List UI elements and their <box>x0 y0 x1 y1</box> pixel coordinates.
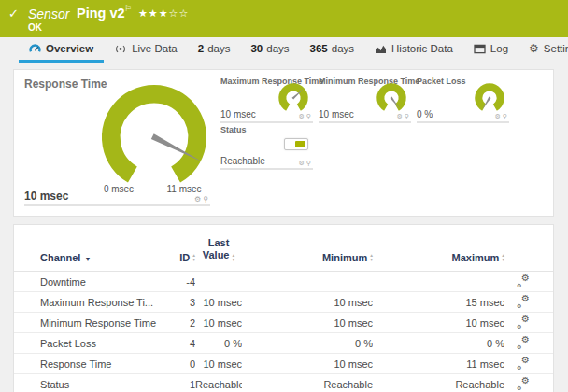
status-panel[interactable]: Status Reachable ⚙⚲ <box>220 125 313 170</box>
max-response-time-gauge-panel[interactable]: Maximum Response Time 10 msec ⚙⚲ <box>220 77 313 123</box>
cell-id: 3 <box>167 297 195 308</box>
min-response-time-gauge-panel[interactable]: Minimum Response Time 10 msec ⚙⚲ <box>319 77 411 123</box>
status-indicator-knob <box>295 141 305 147</box>
gear-icon[interactable]: ⚙ <box>495 113 503 120</box>
cell-channel: Status <box>40 379 167 390</box>
flag-icon[interactable]: ⚐ <box>124 4 132 13</box>
sensor-kind-label: Sensor <box>28 7 69 21</box>
sort-arrows-icon: ▴▾ <box>370 253 373 261</box>
status-title: Status <box>220 125 247 134</box>
tab-365-days[interactable]: 365 days <box>300 37 364 63</box>
tab-label: Historic Data <box>391 43 453 54</box>
tab-number: 365 <box>310 43 328 54</box>
table-header-row: Channel ▼ ID ▴▾ Last Value▴▾ Minimum ▴▾ … <box>14 225 553 272</box>
cell-last-value: 0 % <box>195 338 242 349</box>
channel-settings-icon[interactable]: ⚙⚙ <box>517 336 530 348</box>
table-row-maximum-response-time[interactable]: Maximum Response Ti... 3 10 msec 10 msec… <box>14 292 553 313</box>
tab-live-data[interactable]: Live Data <box>104 37 188 63</box>
cell-last-value: 10 msec <box>195 317 242 329</box>
cell-id: 2 <box>167 317 195 329</box>
sensor-status-badge: OK <box>28 22 42 33</box>
log-icon <box>474 44 486 54</box>
tab-30-days[interactable]: 30 days <box>240 37 299 63</box>
cell-channel: Maximum Response Ti... <box>40 297 167 308</box>
tab-bar: Overview Live Data 2 days 30 days 365 da… <box>0 37 568 63</box>
tab-overview[interactable]: Overview <box>19 37 104 63</box>
gauge-footer: 10 msec ⚙⚲ <box>319 108 411 123</box>
gauge-footer: 10 msec ⚙⚲ <box>24 188 210 206</box>
column-header-maximum[interactable]: Maximum ▴▾ <box>373 252 504 263</box>
gear-icon: ⚙ <box>529 42 539 55</box>
cell-last-value: 10 msec <box>195 297 242 308</box>
tab-label: Overview <box>46 43 93 54</box>
gauge-footer: 10 msec ⚙⚲ <box>220 108 313 123</box>
column-header-minimum[interactable]: Minimum ▴▾ <box>242 252 373 263</box>
packet-loss-gauge-panel[interactable]: Packet Loss 0 % ⚙⚲ <box>417 77 509 123</box>
response-time-gauge-panel[interactable]: Response Time 0 msec 11 msec 10 msec ⚙⚲ <box>14 70 219 217</box>
gauge-value: 10 msec <box>220 109 256 119</box>
channel-settings-icon[interactable]: ⚙⚙ <box>517 295 530 307</box>
cell-maximum: 10 msec <box>373 317 504 329</box>
panel-action-icons[interactable]: ⚙⚲ <box>194 195 210 203</box>
tab-settings[interactable]: ⚙ Settings <box>518 37 568 63</box>
panel-action-icons[interactable]: ⚙⚲ <box>397 113 411 120</box>
pin-icon[interactable]: ⚲ <box>405 113 411 120</box>
channels-table: Channel ▼ ID ▴▾ Last Value▴▾ Minimum ▴▾ … <box>13 224 554 392</box>
pin-icon[interactable]: ⚲ <box>306 160 313 167</box>
table-row-minimum-response-time[interactable]: Minimum Response Time 2 10 msec 10 msec … <box>14 313 553 333</box>
column-header-last-value[interactable]: Last Value▴▾ <box>195 237 242 263</box>
column-header-id[interactable]: ID ▴▾ <box>167 252 195 263</box>
tab-label: days <box>207 43 230 54</box>
cell-channel: Minimum Response Time <box>40 317 167 329</box>
gauge-icon <box>29 43 41 54</box>
pin-icon[interactable]: ⚲ <box>306 113 313 120</box>
tab-historic-data[interactable]: Historic Data <box>364 37 463 63</box>
cell-maximum: 15 msec <box>373 297 504 308</box>
response-time-gauge <box>97 82 211 192</box>
sensor-header: ✓ Sensor Ping v2 ⚐ ★★★☆☆ OK <box>0 0 568 37</box>
table-row-downtime[interactable]: Downtime -4 ⚙⚙ <box>14 272 553 292</box>
status-footer: Reachable ⚙⚲ <box>220 155 313 170</box>
panel-action-icons[interactable]: ⚙⚲ <box>299 160 313 167</box>
cell-channel: Packet Loss <box>40 338 167 349</box>
panel-action-icons[interactable]: ⚙⚲ <box>299 113 313 120</box>
priority-stars[interactable]: ★★★☆☆ <box>138 7 189 20</box>
sensor-title: Ping v2 <box>77 6 125 21</box>
sort-caret-down-icon: ▼ <box>84 256 91 262</box>
table-row-response-time[interactable]: Response Time 0 10 msec 10 msec 11 msec … <box>14 354 553 374</box>
gear-icon[interactable]: ⚙ <box>299 113 306 120</box>
tab-number: 30 <box>250 43 263 54</box>
gauge-footer: 0 % ⚙⚲ <box>417 108 509 123</box>
cell-id: 0 <box>167 358 195 370</box>
gauge-value: 10 msec <box>319 109 354 119</box>
pin-icon[interactable]: ⚲ <box>203 195 210 203</box>
tab-2-days[interactable]: 2 days <box>188 37 241 63</box>
cell-id: -4 <box>167 276 195 287</box>
channel-settings-icon[interactable]: ⚙⚙ <box>517 274 530 287</box>
column-header-channel[interactable]: Channel ▼ <box>40 252 167 263</box>
cell-minimum: 0 % <box>242 338 373 349</box>
pin-icon[interactable]: ⚲ <box>503 113 509 120</box>
gauge-title: Response Time <box>24 77 106 91</box>
tab-label: Log <box>490 43 508 54</box>
table-row-packet-loss[interactable]: Packet Loss 4 0 % 0 % 0 % ⚙⚙ <box>14 333 553 354</box>
cell-maximum: 11 msec <box>373 358 504 370</box>
cell-id: 1 <box>167 379 195 390</box>
panel-action-icons[interactable]: ⚙⚲ <box>495 113 509 120</box>
gear-icon[interactable]: ⚙ <box>397 113 405 120</box>
channel-settings-icon[interactable]: ⚙⚙ <box>517 377 530 389</box>
prtg-sensor-page: ✓ Sensor Ping v2 ⚐ ★★★☆☆ OK Overview Liv… <box>0 0 568 392</box>
cell-channel: Response Time <box>40 358 167 370</box>
gear-icon[interactable]: ⚙ <box>299 160 306 167</box>
channel-settings-icon[interactable]: ⚙⚙ <box>517 357 530 369</box>
cell-maximum: 0 % <box>373 338 504 349</box>
channel-settings-icon[interactable]: ⚙⚙ <box>517 315 530 328</box>
tab-log[interactable]: Log <box>463 37 518 63</box>
table-row-status[interactable]: Status 1 Reachable Reachable Reachable ⚙… <box>14 374 553 392</box>
gauge-value: 0 % <box>417 109 433 119</box>
cell-last-value: Reachable <box>195 379 242 390</box>
gear-icon[interactable]: ⚙ <box>194 195 203 203</box>
historic-chart-icon <box>375 44 387 54</box>
tab-label: Settings <box>544 43 568 54</box>
cell-channel: Downtime <box>40 276 167 287</box>
